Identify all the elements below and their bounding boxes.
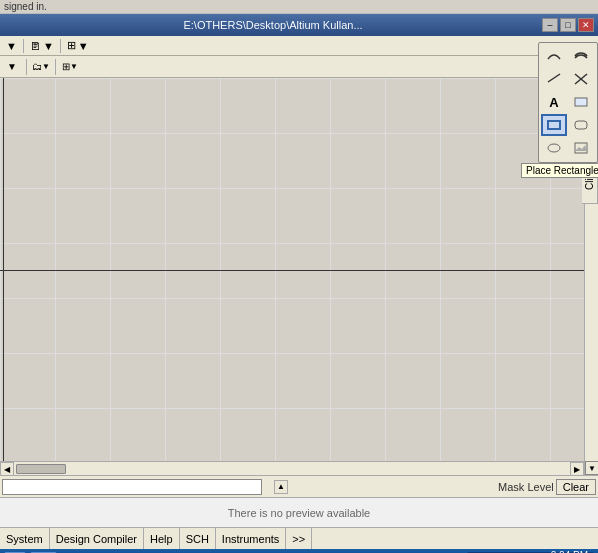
status-more-label: >> <box>292 533 305 545</box>
input-bar: ▲ Mask Level Clear <box>0 475 598 497</box>
svg-rect-5 <box>575 121 587 129</box>
rounded-rect-icon <box>573 118 589 132</box>
toolbar-arrow-2: ▼ <box>43 40 54 52</box>
title-controls: – □ ✕ <box>542 18 594 32</box>
scroll-left-button[interactable]: ◀ <box>0 462 14 475</box>
ft-rectangle-button[interactable] <box>541 114 567 136</box>
clock[interactable]: 2:04 PM 6/27/2011 <box>544 549 589 553</box>
canvas-wrapper[interactable] <box>0 78 584 461</box>
status-sch[interactable]: SCH <box>180 528 216 549</box>
image-icon <box>573 141 589 155</box>
separator2 <box>60 39 61 53</box>
svg-rect-4 <box>548 121 560 129</box>
status-instruments[interactable]: Instruments <box>216 528 286 549</box>
ft-image-button[interactable] <box>568 137 594 159</box>
command-input[interactable] <box>2 479 262 495</box>
toolbar2: ▼ 🗂 ▼ ⊞ ▼ <box>0 56 598 78</box>
ft-shape-button[interactable] <box>568 91 594 113</box>
ft-row-5 <box>541 137 595 159</box>
taskbar: ⊞ TR ▲ 🔊 📶 🔋 ☁ 2:04 PM 6/27/2011 <box>0 549 598 553</box>
tb-icon-2: 🗂 <box>32 61 42 72</box>
main-wrapper: ▼ 🖹 ▼ ⊞ ▼ ▼ 🗂 ▼ ⊞ ▼ <box>0 36 598 549</box>
svg-rect-3 <box>575 98 587 106</box>
separator <box>23 39 24 53</box>
status-system-label: System <box>6 533 43 545</box>
vertical-line <box>3 78 4 461</box>
tb-arrow-3: ▼ <box>70 62 78 71</box>
toolbar-icon-2: 🖹 <box>30 40 41 52</box>
ft-line-button[interactable] <box>541 78 567 90</box>
signin-text: signed in. <box>4 1 47 12</box>
scroll-right-button[interactable]: ▶ <box>570 462 584 475</box>
line-icon <box>546 78 562 86</box>
scroll-down-button[interactable]: ▼ <box>585 461 598 475</box>
status-system[interactable]: System <box>0 528 50 549</box>
text-icon: A <box>549 95 558 110</box>
svg-line-0 <box>548 78 560 82</box>
ft-tooltip: Place Rectangle <box>521 163 598 178</box>
tb-arrow-2: ▼ <box>42 62 50 71</box>
status-bar: System Design Compiler Help SCH Instrume… <box>0 527 598 549</box>
bottom-bars: ▲ Mask Level Clear There is no preview a… <box>0 475 598 549</box>
title-text: E:\OTHERS\Desktop\Altium Kullan... <box>4 19 542 31</box>
signin-bar: signed in. <box>0 0 598 14</box>
svg-point-6 <box>548 144 560 152</box>
left-content: ◀ ▶ <box>0 78 584 475</box>
ft-cross-button[interactable] <box>568 78 594 90</box>
status-more[interactable]: >> <box>286 528 312 549</box>
cross-icon <box>573 78 589 86</box>
mask-level-label: Mask Level <box>498 481 554 493</box>
ft-ellipse-button[interactable] <box>541 137 567 159</box>
ellipse-icon <box>546 141 562 155</box>
tb-sep-2 <box>55 59 56 75</box>
hscroll-thumb[interactable] <box>16 464 66 474</box>
tb-btn-3[interactable]: ⊞ ▼ <box>60 58 80 76</box>
tb-btn-2[interactable]: 🗂 ▼ <box>31 58 51 76</box>
maximize-button[interactable]: □ <box>560 18 576 32</box>
tb-btn-1[interactable]: ▼ <box>2 58 22 76</box>
content-row: ◀ ▶ ▲ ▼ <box>0 78 598 475</box>
rectangle-icon <box>546 118 562 132</box>
status-design-compiler[interactable]: Design Compiler <box>50 528 144 549</box>
toolbar-area: ▼ 🖹 ▼ ⊞ ▼ <box>0 36 598 56</box>
ft-row-3: A <box>541 91 595 113</box>
ft-row-2 <box>541 78 595 90</box>
ft-text-button[interactable]: A <box>541 91 567 113</box>
toolbar-grid-btn[interactable]: ⊞ ▼ <box>63 38 93 53</box>
title-bar: E:\OTHERS\Desktop\Altium Kullan... – □ ✕ <box>0 14 598 36</box>
clock-time: 2:04 PM <box>544 549 589 553</box>
status-help-label: Help <box>150 533 173 545</box>
horizontal-line <box>0 270 584 271</box>
hscrollbar-track[interactable] <box>14 462 570 475</box>
toolbar-dropdown-2[interactable]: 🖹 ▼ <box>26 39 58 53</box>
close-button[interactable]: ✕ <box>578 18 594 32</box>
preview-area: There is no preview available <box>0 497 598 527</box>
clear-button[interactable]: Clear <box>556 479 596 495</box>
tb-sep-1 <box>26 59 27 75</box>
ft-rounded-rect-button[interactable] <box>568 114 594 136</box>
minimize-button[interactable]: – <box>542 18 558 32</box>
shape-icon <box>573 95 589 109</box>
status-help[interactable]: Help <box>144 528 180 549</box>
grid-icon: ⊞ <box>67 39 76 52</box>
floating-toolbar: A <box>538 78 598 163</box>
tb-icon-3: ⊞ <box>62 61 70 72</box>
toolbar-arrow-3: ▼ <box>78 40 89 52</box>
horizontal-scrollbar[interactable]: ◀ ▶ <box>0 461 584 475</box>
toolbar-arrow-1: ▼ <box>6 40 17 52</box>
vertical-scrollbar[interactable]: ▲ ▼ <box>584 78 598 475</box>
scroll-up-small[interactable]: ▲ <box>274 480 288 494</box>
status-sch-label: SCH <box>186 533 209 545</box>
preview-text: There is no preview available <box>228 507 370 519</box>
status-instruments-label: Instruments <box>222 533 279 545</box>
toolbar-dropdown-1[interactable]: ▼ <box>2 39 21 53</box>
status-design-compiler-label: Design Compiler <box>56 533 137 545</box>
ft-row-4 <box>541 114 595 136</box>
